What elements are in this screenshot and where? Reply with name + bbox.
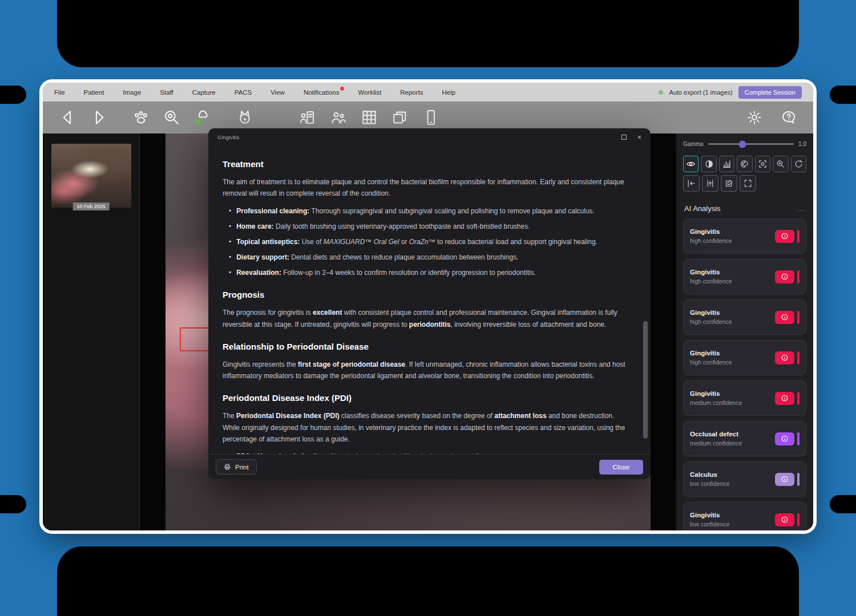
finding-confidence: high confidence — [690, 359, 732, 366]
finding-actions — [775, 473, 800, 486]
menu-item-view[interactable]: View — [270, 89, 285, 96]
ai-analysis-title: AI Analysis — [684, 204, 721, 213]
bullet-text: Home care: Daily tooth brushing using ve… — [236, 221, 530, 232]
finding-info-button[interactable] — [775, 432, 794, 445]
ai-finding-card[interactable]: Gingivitishigh confidence — [683, 218, 806, 254]
image-stack-button[interactable] — [391, 108, 409, 127]
detect-tool-button[interactable] — [755, 156, 770, 172]
text-run: No attachment loss; healthy gingiva and … — [331, 452, 520, 454]
maximize-button[interactable] — [621, 135, 627, 140]
text-run: , involving irreversible loss of attachm… — [451, 321, 607, 329]
dialog-scrollbar[interactable] — [643, 149, 648, 451]
finding-confidence: medium confidence — [690, 440, 742, 447]
finding-info-button[interactable] — [775, 311, 794, 324]
mobile-icon — [422, 108, 440, 127]
gamma-value: 1.0 — [798, 141, 806, 147]
section-heading: Relationship to Periodontal Disease — [223, 339, 627, 354]
palette-icon — [740, 159, 749, 169]
patient-record-button[interactable] — [298, 108, 317, 127]
bullet-item: •Dietary support: Dental diets and chews… — [223, 252, 627, 263]
gamma-slider[interactable] — [708, 143, 794, 145]
menu-item-reports[interactable]: Reports — [400, 89, 423, 96]
menu-item-image[interactable]: Image — [123, 89, 141, 96]
ai-finding-card[interactable]: Gingivitismedium confidence — [683, 380, 806, 416]
text-run: attachment loss — [494, 412, 546, 420]
finding-info-button[interactable] — [775, 473, 794, 486]
finding-info-button[interactable] — [775, 351, 794, 364]
finding-confidence: high confidence — [690, 278, 732, 285]
flip-horizontal-tool-button[interactable] — [683, 175, 700, 192]
info-icon — [781, 354, 789, 362]
text-run: Home care: — [236, 222, 276, 230]
text-run: The aim of treatment is to eliminate pla… — [223, 178, 624, 197]
ai-finding-card[interactable]: Gingivitislow confidence — [683, 502, 806, 530]
zoom-in-tool-button[interactable] — [773, 156, 788, 172]
bullet-item: •Reevaluation: Follow-up in 2–4 weeks to… — [223, 267, 627, 278]
ai-finding-card[interactable]: Calculuslow confidence — [683, 461, 806, 497]
finding-label: Gingivitis — [690, 350, 732, 356]
finding-color-bar — [797, 513, 800, 526]
contrast-tool-button[interactable] — [701, 156, 716, 172]
finding-info-button[interactable] — [775, 392, 794, 405]
text-run: PD0 – Normal periodontium: — [236, 452, 330, 454]
ai-finding-card[interactable]: Occlusal defectmedium confidence — [683, 421, 806, 456]
rotate-tool-button[interactable] — [791, 156, 806, 172]
text-run: periodontitis — [409, 321, 451, 329]
finding-color-bar — [797, 311, 800, 324]
complete-session-button[interactable]: Complete Session — [738, 86, 802, 99]
dialog-scrollbar-thumb[interactable] — [643, 321, 648, 439]
palette-tool-button[interactable] — [737, 156, 752, 172]
info-icon — [781, 232, 789, 240]
ai-finding-text: Gingivitishigh confidence — [690, 228, 732, 244]
menu-item-help[interactable]: Help — [442, 89, 455, 96]
close-button[interactable]: Close — [599, 460, 643, 475]
mobile-button[interactable] — [422, 108, 440, 127]
users-button[interactable] — [329, 108, 348, 127]
gamma-slider-thumb[interactable] — [738, 140, 746, 148]
text-run: Daily tooth brushing using veterinary-ap… — [276, 222, 530, 230]
finding-info-button[interactable] — [775, 230, 794, 243]
image-thumbnail[interactable]: 10 Feb 2025 — [51, 144, 131, 208]
settings-icon — [746, 109, 763, 126]
search-patient-icon — [163, 108, 181, 127]
menu-item-staff[interactable]: Staff — [160, 89, 173, 96]
menu-item-notifications[interactable]: Notifications — [304, 89, 340, 96]
forward-button[interactable] — [90, 108, 108, 127]
finding-actions — [775, 270, 800, 283]
ai-finding-card[interactable]: Gingivitishigh confidence — [683, 340, 806, 375]
settings-button[interactable] — [746, 109, 763, 126]
back-button[interactable] — [59, 108, 77, 127]
edit-icon — [724, 179, 734, 188]
finding-info-button[interactable] — [775, 270, 794, 283]
print-button[interactable]: Print — [216, 459, 257, 475]
finding-label: Gingivitis — [690, 390, 742, 397]
search-patient-button[interactable] — [163, 108, 181, 127]
ai-findings-list: Gingivitishigh confidenceGingivitishigh … — [683, 218, 806, 530]
ai-finding-card[interactable]: Gingivitishigh confidence — [683, 259, 806, 294]
menu-item-capture[interactable]: Capture — [192, 89, 216, 96]
menu-item-pacs[interactable]: PACS — [235, 89, 252, 96]
histogram-tool-button[interactable] — [719, 156, 734, 172]
fullscreen-tool-button[interactable] — [740, 175, 756, 192]
menu-item-patient[interactable]: Patient — [84, 89, 104, 96]
menu-item-worklist[interactable]: Worklist — [358, 89, 382, 96]
ai-finding-card[interactable]: Gingivitishigh confidence — [683, 299, 806, 335]
paw-button[interactable] — [132, 108, 150, 127]
eye-tool-button[interactable] — [683, 156, 698, 172]
bullet-text: Topical antiseptics: Use of MAXIGUARD™ O… — [236, 236, 597, 248]
flip-vertical-tool-button[interactable] — [702, 175, 718, 192]
help-button[interactable] — [780, 109, 797, 126]
ai-analysis-menu-button[interactable]: ... — [797, 204, 805, 213]
text-run: Follow-up in 2–4 weeks to confirm resolu… — [283, 269, 536, 277]
close-dialog-button[interactable]: × — [637, 133, 641, 141]
dog-face-button[interactable] — [236, 108, 254, 127]
finding-info-button[interactable] — [775, 513, 794, 526]
thumbnail-photo[interactable] — [51, 144, 131, 208]
edit-tool-button[interactable] — [721, 175, 737, 192]
menu-item-file[interactable]: File — [54, 89, 65, 96]
add-patient-icon — [193, 108, 212, 127]
info-icon — [781, 475, 789, 483]
condition-info-dialog: Gingivitis × TreatmentThe aim of treatme… — [208, 128, 651, 479]
grid-button[interactable] — [360, 108, 378, 127]
add-patient-button[interactable] — [193, 108, 212, 127]
